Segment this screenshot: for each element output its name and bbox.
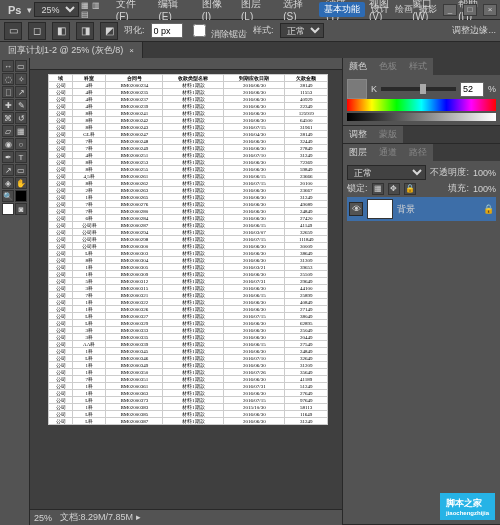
close-tab-icon[interactable]: ×: [129, 46, 134, 55]
table-row: 公司L科BM02000373材料1期款2016/07/1597649: [49, 397, 328, 404]
dodge-tool-icon[interactable]: ○: [15, 138, 27, 150]
menu-edit[interactable]: 编辑(E): [154, 0, 195, 22]
eraser-tool-icon[interactable]: ▱: [2, 125, 14, 137]
intersect-selection-icon[interactable]: ◩: [100, 22, 118, 40]
fill-value[interactable]: 100%: [473, 184, 496, 194]
quickmask-icon[interactable]: ◙: [15, 203, 27, 215]
tab-channels[interactable]: 通道: [373, 144, 403, 161]
color-panel: 颜色 色板 样式 K %: [343, 58, 500, 126]
layer-row[interactable]: 👁 背景 🔒: [347, 197, 496, 221]
table-row: 公司7科BM02000248材料1期款2016/06/3032449: [49, 138, 328, 145]
lasso-tool-icon[interactable]: ◌: [2, 73, 14, 85]
status-zoom[interactable]: 25%: [34, 513, 52, 523]
subtract-selection-icon[interactable]: ◨: [76, 22, 94, 40]
table-row: 公司公司科BM02000300材料1期款2016/06/3030009: [49, 243, 328, 250]
tab-color[interactable]: 颜色: [343, 58, 373, 75]
options-bar: ▭ ◻ ◧ ◨ ◩ 羽化: 消除锯齿 样式: 正常 调整边缘...: [0, 20, 500, 42]
color-spectrum[interactable]: [347, 99, 496, 111]
tab-swatches[interactable]: 色板: [373, 58, 403, 75]
table-row: 公司4科BM02000251材料1期款2016/07/1031249: [49, 152, 328, 159]
pen-tool-icon[interactable]: ✒: [2, 151, 14, 163]
view-tools[interactable]: ▦ ▥ ▤: [81, 1, 109, 19]
ruler-horizontal: [30, 58, 342, 70]
fg-color-swatch[interactable]: [15, 190, 27, 202]
workspace-active[interactable]: 基本功能: [319, 2, 365, 17]
gray-ramp[interactable]: [347, 113, 496, 121]
menu-image[interactable]: 图像(I): [198, 0, 235, 22]
table-row: 公司1科BM02000361材料1期款2016/07/3151249: [49, 383, 328, 390]
table-row: 公司1科BM02000322材料1期款2016/06/3040849: [49, 299, 328, 306]
tab-paths[interactable]: 路径: [403, 144, 433, 161]
path-tool-icon[interactable]: ↗: [2, 164, 14, 176]
tab-styles[interactable]: 样式: [403, 58, 433, 75]
zoom-tool-icon[interactable]: 🔍: [2, 190, 14, 202]
table-row: 公司7科BM02000280材料1期款2016/06/3024849: [49, 208, 328, 215]
menu-layer[interactable]: 图层(L): [237, 0, 277, 22]
tab-adjustments[interactable]: 调整: [343, 126, 373, 143]
antialias-check[interactable]: 消除锯齿: [189, 21, 248, 41]
shape-tool-icon[interactable]: ▭: [15, 164, 27, 176]
wand-tool-icon[interactable]: ✧: [15, 73, 27, 85]
hand-tool-icon[interactable]: ✋: [15, 177, 27, 189]
bg-color-swatch[interactable]: [2, 203, 14, 215]
table-row: 公司3科BM02000333材料1期款2016/06/3025049: [49, 327, 328, 334]
lock-position-icon[interactable]: ✥: [388, 183, 400, 195]
layer-thumbnail[interactable]: [367, 199, 393, 219]
visibility-icon[interactable]: 👁: [349, 202, 363, 216]
type-tool-icon[interactable]: T: [15, 151, 27, 163]
document-viewport[interactable]: 域科室合同号收款类型名称到期应收日期欠款金额 公司4科BM02000234材料1…: [30, 70, 342, 509]
workspace-design[interactable]: 设计: [371, 3, 389, 16]
lock-all-icon[interactable]: 🔒: [404, 183, 416, 195]
brush-tool-icon[interactable]: ✎: [15, 99, 27, 111]
minimize-button[interactable]: _: [443, 4, 457, 16]
marquee-tool-icon[interactable]: ▭: [4, 22, 22, 40]
new-selection-icon[interactable]: ◻: [28, 22, 46, 40]
stamp-tool-icon[interactable]: ⌘: [2, 112, 14, 124]
close-button[interactable]: ×: [483, 4, 497, 16]
crop-tool-icon[interactable]: ⎕: [2, 86, 14, 98]
file-handle-icon[interactable]: ▾: [27, 5, 32, 15]
menu-file[interactable]: 文件(F): [112, 0, 153, 22]
workspace-photo[interactable]: 摄影: [419, 3, 437, 16]
gradient-tool-icon[interactable]: ▦: [15, 125, 27, 137]
move-tool-icon[interactable]: ↔: [2, 60, 14, 72]
table-row: 公司8科BM02000253材料1期款2016/06/3072369: [49, 159, 328, 166]
maximize-button[interactable]: □: [463, 4, 477, 16]
table-row: 公司1科BM02000305材料1期款2016/03/2139653: [49, 264, 328, 271]
tab-masks[interactable]: 蒙版: [373, 126, 403, 143]
table-row: 公司1科BM02000309材料1期款2016/06/3025509: [49, 271, 328, 278]
table-row: 公司8科BM02000242材料1期款2016/06/3064500: [49, 117, 328, 124]
table-row: 公司8科BM02000241材料1期款2016/06/30125919: [49, 110, 328, 117]
workspace-paint[interactable]: 绘画: [395, 3, 413, 16]
watermark: 脚本之家 jiaochengzhijia: [440, 493, 495, 520]
history-brush-icon[interactable]: ↺: [15, 112, 27, 124]
table-row: 公司1科BM02000265材料1期款2016/06/3031249: [49, 194, 328, 201]
eyedropper-tool-icon[interactable]: ↗: [15, 86, 27, 98]
foreground-swatch[interactable]: [347, 79, 367, 99]
table-row: 公司7科BM02000276材料1期款2016/06/3049089: [49, 201, 328, 208]
table-row: 公司L科BM02000329材料1期款2016/06/3062895: [49, 320, 328, 327]
zoom-combo[interactable]: 25%: [34, 2, 79, 17]
tab-layers[interactable]: 图层: [343, 144, 373, 161]
table-row: 公司3科BM02000315材料1期款2016/06/3044100: [49, 285, 328, 292]
table-row: 公司1科BM02000350材料1期款2016/07/2635649: [49, 369, 328, 376]
table-row: 公司1科BM02000383材料1期款2015/10/3058113: [49, 404, 328, 411]
style-combo[interactable]: 正常: [280, 23, 324, 38]
heal-tool-icon[interactable]: ✚: [2, 99, 14, 111]
k-value-input[interactable]: [460, 82, 484, 97]
feather-input[interactable]: [151, 23, 183, 38]
blend-mode-combo[interactable]: 正常: [347, 165, 426, 180]
status-docinfo[interactable]: 文档:8.29M/7.85M ▸: [60, 511, 141, 524]
table-row: 公司4,5科BM02000261材料1期款2016/06/1523666: [49, 173, 328, 180]
refine-edge-button[interactable]: 调整边缘...: [452, 24, 496, 37]
3d-tool-icon[interactable]: ◈: [2, 177, 14, 189]
blur-tool-icon[interactable]: ◉: [2, 138, 14, 150]
marquee-tool-icon[interactable]: ▭: [15, 60, 27, 72]
table-row: 公司GL科BM02000247材料1期款2016/04/3028149: [49, 131, 328, 138]
opacity-value[interactable]: 100%: [473, 168, 496, 178]
add-selection-icon[interactable]: ◧: [52, 22, 70, 40]
menu-select[interactable]: 选择(S): [279, 0, 320, 22]
document-tab[interactable]: 回享计划1-2 @ 25% (灰色/8) ×: [0, 42, 143, 58]
workspace-switcher: 基本功能 设计 绘画 摄影 _ □ ×: [319, 2, 497, 17]
lock-pixels-icon[interactable]: ▦: [372, 183, 384, 195]
